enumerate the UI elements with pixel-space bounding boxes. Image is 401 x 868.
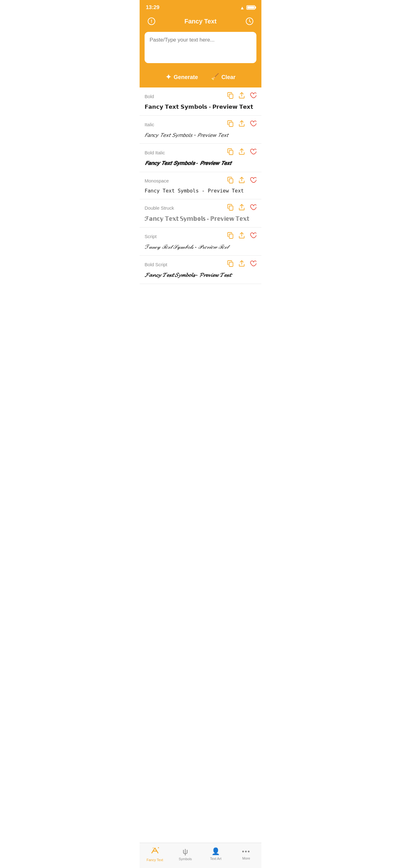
style-actions — [227, 148, 257, 157]
svg-rect-5 — [229, 150, 233, 155]
status-time: 13:29 — [146, 4, 159, 11]
favorite-icon[interactable] — [249, 120, 257, 129]
copy-icon[interactable] — [227, 177, 234, 185]
info-icon[interactable]: ! — [146, 16, 157, 27]
style-actions — [227, 260, 257, 269]
copy-icon[interactable] — [227, 148, 234, 157]
style-actions — [227, 92, 257, 101]
style-preview: 𝗙𝗮𝗻𝗰𝘆 𝗧𝗲𝘅𝘁 𝗦𝘆𝗺𝗯𝗼𝗹𝘀 - 𝗣𝗿𝗲𝘃𝗶𝗲𝘄 𝗧𝗲𝘅𝘁 — [144, 103, 257, 111]
style-name: Bold Script — [144, 262, 167, 267]
share-icon[interactable] — [238, 148, 245, 157]
header: ! Fancy Text — [140, 13, 261, 32]
style-header: Double Struck — [144, 204, 257, 213]
style-preview: ℱ𝒶𝓃𝒸𝓎 𝒯𝑒𝓍𝓉 𝒮𝓎𝓂𝒷ℴ𝓁𝓈 - 𝒫𝓇𝑒𝓋𝒾𝑒𝓌 𝒯𝑒𝓍𝓉 — [144, 243, 257, 251]
style-preview: 𝙁𝙖𝙣𝙘𝙮 𝙏𝙚𝙭𝙩 𝙎𝙮𝙢𝙗𝙤𝙡𝙨 - 𝙋𝙧𝙚𝙫𝙞𝙚𝙬 𝙏𝙚𝙭𝙩 — [144, 159, 257, 167]
style-header: Monospace — [144, 177, 257, 185]
clear-icon: 🧹 — [210, 73, 219, 81]
svg-rect-9 — [229, 262, 233, 267]
generate-button[interactable]: ✦ Generate — [166, 73, 198, 81]
style-header: Bold Italic — [144, 148, 257, 157]
style-header: Script — [144, 232, 257, 241]
style-item: Bold Italic — [140, 144, 261, 172]
style-name: Italic — [144, 122, 154, 127]
style-item: Script — [140, 227, 261, 256]
svg-rect-3 — [229, 94, 233, 98]
action-buttons: ✦ Generate 🧹 Clear — [140, 69, 261, 88]
style-item: Monospace — [140, 172, 261, 199]
share-icon[interactable] — [238, 177, 245, 185]
copy-icon[interactable] — [227, 120, 234, 129]
style-preview: 𝘍𝘢𝘯𝘤𝘺 𝘛𝘦𝘹𝘵 𝘚𝘺𝘮𝘣𝘰𝘭𝘴 - 𝘗𝘳𝘦𝘷𝘪𝘦𝘸 𝘛𝘦𝘹𝘵 — [144, 131, 257, 139]
favorite-icon[interactable] — [249, 148, 257, 157]
style-preview: ℱ𝕒𝕟𝕔𝕪 𝕋𝕖𝕩𝕥 𝕊𝕪𝕞𝕓𝕠𝕝𝕤 - ℙ𝕣𝕖𝕧𝕚𝕖𝕨 𝕋𝕖𝕩𝕥 — [144, 215, 257, 223]
favorite-icon[interactable] — [249, 204, 257, 213]
style-item: Double Struck — [140, 199, 261, 227]
style-actions — [227, 232, 257, 241]
style-actions — [227, 177, 257, 185]
favorite-icon[interactable] — [249, 177, 257, 185]
favorite-icon[interactable] — [249, 260, 257, 269]
copy-icon[interactable] — [227, 204, 234, 213]
wifi-icon: ▲ — [240, 5, 244, 10]
style-item: Italic — [140, 116, 261, 144]
style-name: Bold Italic — [144, 150, 165, 155]
clear-button[interactable]: 🧹 Clear — [210, 73, 235, 81]
style-list: Bold — [140, 88, 261, 284]
input-section — [140, 32, 261, 69]
generate-icon: ✦ — [166, 73, 171, 81]
share-icon[interactable] — [238, 92, 245, 101]
page-title: Fancy Text — [185, 18, 217, 25]
status-icons: ▲ — [240, 5, 255, 10]
history-icon[interactable] — [244, 16, 255, 27]
svg-text:!: ! — [151, 19, 153, 24]
svg-rect-8 — [229, 234, 233, 239]
text-input[interactable] — [144, 32, 257, 63]
svg-rect-4 — [229, 122, 233, 127]
battery-icon — [246, 5, 255, 10]
svg-rect-7 — [229, 206, 233, 210]
style-name: Monospace — [144, 178, 169, 183]
share-icon[interactable] — [238, 260, 245, 269]
copy-icon[interactable] — [227, 92, 234, 101]
share-icon[interactable] — [238, 120, 245, 129]
favorite-icon[interactable] — [249, 232, 257, 241]
clear-label: Clear — [222, 74, 235, 81]
style-actions — [227, 120, 257, 129]
style-name: Double Struck — [144, 205, 174, 211]
style-preview: 𝙵𝚊𝚗𝚌𝚢 𝚃𝚎𝚡𝚝 𝚂𝚢𝚖𝚋𝚘𝚕𝚜 - 𝙿𝚛𝚎𝚟𝚒𝚎𝚠 𝚃𝚎𝚡𝚝 — [144, 188, 257, 195]
share-icon[interactable] — [238, 232, 245, 241]
status-bar: 13:29 ▲ — [140, 0, 261, 13]
share-icon[interactable] — [238, 204, 245, 213]
style-header: Bold Script — [144, 260, 257, 269]
style-name: Bold — [144, 94, 154, 99]
svg-rect-6 — [229, 179, 233, 183]
style-name: Script — [144, 234, 157, 239]
style-header: Italic — [144, 120, 257, 129]
generate-label: Generate — [174, 74, 198, 81]
style-item: Bold Script — [140, 256, 261, 284]
style-preview: 𝓕𝓪𝓷𝓬𝔂 𝓣𝓮𝔁𝓽 𝓢𝔂𝓶𝓫𝓸𝓵𝓼 - 𝓟𝓻𝓮𝓿𝓲𝓮𝔀 𝓣𝓮𝔁𝓽 — [144, 271, 257, 279]
copy-icon[interactable] — [227, 260, 234, 269]
copy-icon[interactable] — [227, 232, 234, 241]
style-actions — [227, 204, 257, 213]
style-header: Bold — [144, 92, 257, 101]
favorite-icon[interactable] — [249, 92, 257, 101]
style-item: Bold — [140, 88, 261, 116]
